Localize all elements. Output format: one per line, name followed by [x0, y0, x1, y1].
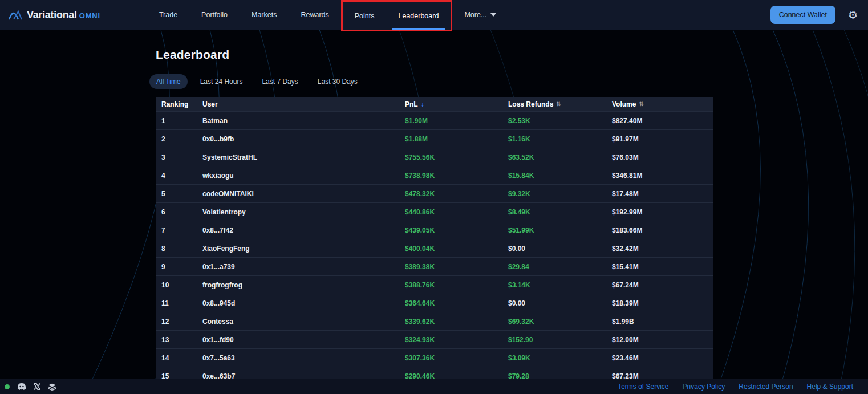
cell-pnl: $1.88M	[405, 135, 508, 143]
cell-pnl: $440.86K	[405, 208, 508, 216]
cell-pnl: $439.05K	[405, 226, 508, 234]
cell-user: codeOMNITAIKI	[202, 190, 405, 198]
cell-ranking: 5	[161, 190, 202, 198]
column-header-volume[interactable]: Volume ⇅	[612, 100, 713, 108]
tab-last-24-hours[interactable]: Last 24 Hours	[193, 74, 250, 89]
cell-volume: $827.40M	[612, 117, 713, 125]
column-header-loss-refunds[interactable]: Loss Refunds ⇅	[508, 100, 612, 108]
cell-user: XiaoFengFeng	[202, 245, 405, 253]
cell-volume: $346.81M	[612, 172, 713, 180]
cell-user: 0x1...a739	[202, 263, 405, 271]
table-row[interactable]: 5 codeOMNITAIKI $478.32K $9.32K $17.48M	[156, 184, 713, 202]
cell-loss-refunds: $63.52K	[508, 153, 612, 161]
link-privacy-policy[interactable]: Privacy Policy	[683, 383, 725, 391]
cell-user: Contessa	[202, 318, 405, 326]
connect-wallet-button[interactable]: Connect Wallet	[770, 6, 835, 24]
cell-user: 0x8...945d	[202, 299, 405, 307]
brand-logo[interactable]: Variational OMNI	[8, 9, 100, 21]
sort-toggle-icon[interactable]: ⇅	[639, 101, 643, 107]
nav-item-rewards[interactable]: Rewards	[289, 0, 340, 30]
table-body: 1 Batman $1.90M $2.53K $827.40M 2 0x0...…	[156, 111, 713, 385]
tab-all-time[interactable]: All Time	[149, 74, 188, 89]
brand-suffix: OMNI	[79, 11, 100, 20]
table-row[interactable]: 6 Volatientropy $440.86K $8.49K $192.99M	[156, 202, 713, 221]
footer-bar: Terms of Service Privacy Policy Restrict…	[0, 379, 868, 394]
link-help-support[interactable]: Help & Support	[807, 383, 853, 391]
cell-pnl: $388.76K	[405, 281, 508, 289]
layers-icon[interactable]	[48, 383, 56, 391]
red-highlight-box: Points Leaderboard	[341, 0, 453, 31]
table-row[interactable]: 9 0x1...a739 $389.38K $29.84 $15.41M	[156, 257, 713, 275]
x-twitter-icon[interactable]	[34, 383, 40, 390]
sort-toggle-icon[interactable]: ⇅	[556, 101, 561, 107]
table-row[interactable]: 13 0x1...fd90 $324.93K $152.90 $12.00M	[156, 330, 713, 348]
discord-icon[interactable]	[17, 383, 26, 390]
column-label: Loss Refunds	[508, 100, 553, 108]
nav-item-more[interactable]: More...	[452, 0, 508, 30]
brand-name: Variational	[27, 9, 77, 21]
tab-last-30-days[interactable]: Last 30 Days	[311, 74, 364, 89]
table-row[interactable]: 11 0x8...945d $364.64K $0.00 $18.39M	[156, 294, 713, 312]
cell-loss-refunds: $0.00	[508, 299, 612, 307]
cell-volume: $91.97M	[612, 135, 713, 143]
table-row[interactable]: 4 wkxiaogu $738.98K $15.84K $346.81M	[156, 166, 713, 184]
footer-links: Terms of Service Privacy Policy Restrict…	[618, 383, 853, 391]
table-row[interactable]: 10 frogfrogfrog $388.76K $3.14K $67.24M	[156, 275, 713, 294]
column-header-user[interactable]: User	[202, 100, 405, 108]
gear-icon[interactable]: ⚙	[848, 10, 858, 21]
link-terms-of-service[interactable]: Terms of Service	[618, 383, 668, 391]
variational-logo-icon	[8, 9, 23, 21]
column-label: User	[202, 100, 218, 108]
cell-ranking: 6	[161, 208, 202, 216]
table-row[interactable]: 8 XiaoFengFeng $400.04K $0.00 $32.42M	[156, 239, 713, 257]
nav-item-portfolio[interactable]: Portfolio	[189, 0, 240, 30]
table-row[interactable]: 14 0x7...5a63 $307.36K $3.09K $23.46M	[156, 348, 713, 367]
top-navbar: Variational OMNI Trade Portfolio Markets…	[0, 0, 868, 30]
sort-desc-icon[interactable]: ↓	[421, 100, 424, 108]
nav-item-markets[interactable]: Markets	[240, 0, 289, 30]
cell-loss-refunds: $51.99K	[508, 226, 612, 234]
cell-loss-refunds: $1.16K	[508, 135, 612, 143]
cell-volume: $183.66M	[612, 226, 713, 234]
cell-ranking: 3	[161, 153, 202, 161]
time-filter-tabs: All Time Last 24 Hours Last 7 Days Last …	[149, 74, 713, 89]
table-row[interactable]: 12 Contessa $339.62K $69.32K $1.99B	[156, 312, 713, 330]
nav-item-trade[interactable]: Trade	[147, 0, 189, 30]
column-label: Ranking	[161, 100, 188, 108]
cell-volume: $23.46M	[612, 354, 713, 362]
cell-ranking: 4	[161, 172, 202, 180]
cell-pnl: $364.64K	[405, 299, 508, 307]
cell-loss-refunds: $9.32K	[508, 190, 612, 198]
tab-last-7-days[interactable]: Last 7 Days	[255, 74, 305, 89]
table-row[interactable]: 7 0x8...7f42 $439.05K $51.99K $183.66M	[156, 221, 713, 239]
cell-ranking: 8	[161, 245, 202, 253]
cell-pnl: $339.62K	[405, 318, 508, 326]
chevron-down-icon	[490, 13, 496, 17]
cell-pnl: $478.32K	[405, 190, 508, 198]
link-restricted-person[interactable]: Restricted Person	[739, 383, 793, 391]
column-header-ranking[interactable]: Ranking	[161, 100, 202, 108]
cell-loss-refunds: $8.49K	[508, 208, 612, 216]
status-dot-icon	[5, 384, 10, 389]
nav-item-points[interactable]: Points	[343, 2, 387, 30]
cell-volume: $15.41M	[612, 263, 713, 271]
main-nav: Trade Portfolio Markets Rewards Points L…	[147, 0, 508, 30]
column-label: Volume	[612, 100, 636, 108]
footer-social-icons	[5, 383, 56, 391]
table-row[interactable]: 1 Batman $1.90M $2.53K $827.40M	[156, 111, 713, 129]
nav-item-leaderboard[interactable]: Leaderboard	[387, 2, 451, 30]
nav-item-more-label: More...	[464, 11, 486, 19]
table-row[interactable]: 3 SystemicStratHL $755.56K $63.52K $76.0…	[156, 148, 713, 166]
table-header-row: Ranking User PnL ↓ Loss Refunds ⇅ Volume…	[156, 97, 713, 111]
cell-loss-refunds: $152.90	[508, 336, 612, 344]
leaderboard-table: Ranking User PnL ↓ Loss Refunds ⇅ Volume…	[156, 97, 713, 385]
cell-user: 0x1...fd90	[202, 336, 405, 344]
cell-ranking: 10	[161, 281, 202, 289]
cell-user: wkxiaogu	[202, 172, 405, 180]
table-row[interactable]: 2 0x0...b9fb $1.88M $1.16K $91.97M	[156, 129, 713, 148]
column-header-pnl[interactable]: PnL ↓	[405, 100, 508, 108]
cell-user: Batman	[202, 117, 405, 125]
leaderboard-page: Leaderboard All Time Last 24 Hours Last …	[156, 48, 713, 385]
cell-user: SystemicStratHL	[202, 153, 405, 161]
cell-volume: $17.48M	[612, 190, 713, 198]
